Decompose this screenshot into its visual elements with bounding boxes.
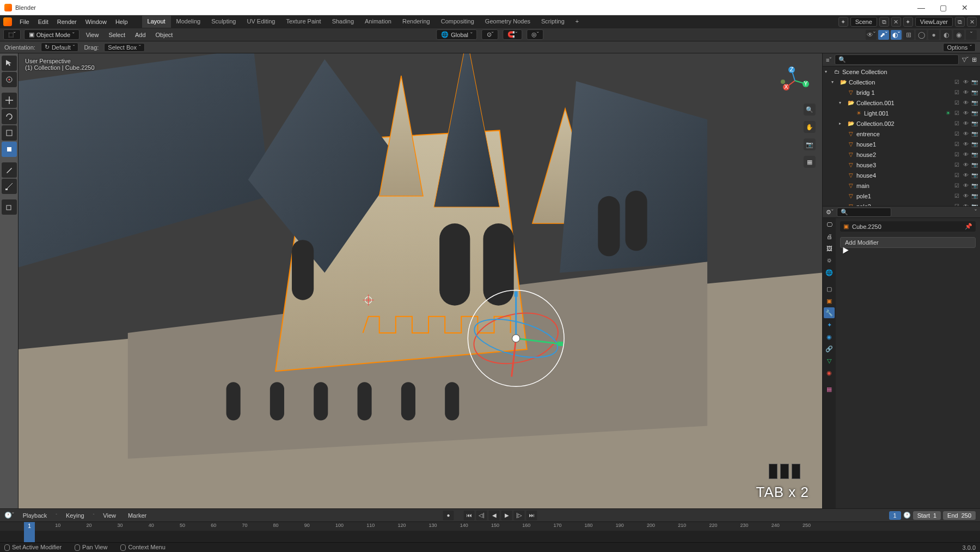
menu-object[interactable]: Object [152,31,176,39]
prop-tab-collection[interactable]: ▢ [824,283,835,294]
hide-viewport-icon[interactable]: 👁 [962,141,969,148]
exclude-checkbox[interactable]: ☑ [953,110,960,117]
outliner-row[interactable]: ▽house2☑👁📷 [823,149,980,160]
disable-render-icon[interactable]: 📷 [971,78,978,86]
scene-delete-button[interactable]: ✕ [891,17,901,27]
outliner-row[interactable]: ▸📂Collection.002☑👁📷 [823,118,980,129]
viewlayer-browse-icon[interactable]: ✦ [903,17,913,27]
annotate-tool[interactable] [2,162,17,178]
scene-new-button[interactable]: ⧉ [879,17,889,27]
disable-render-icon[interactable]: 📷 [971,151,978,158]
timeline-playhead[interactable]: 1 [24,522,35,542]
hide-viewport-icon[interactable]: 👁 [962,192,969,199]
hide-viewport-icon[interactable]: 👁 [962,110,969,117]
drag-dropdown[interactable]: Select Box ˇ [104,43,144,52]
outliner-row[interactable]: ☀Light.001☀☑👁📷 [823,108,980,118]
zoom-icon[interactable]: 🔍 [804,104,816,116]
hide-viewport-icon[interactable]: 👁 [962,78,969,86]
prop-tab-modifier[interactable]: 🔧 [824,307,835,318]
app-icon[interactable] [3,17,12,26]
viewlayer-delete-button[interactable]: ✕ [967,17,977,27]
hide-viewport-icon[interactable]: 👁 [962,99,969,106]
transform-tool[interactable] [2,142,17,157]
exclude-checkbox[interactable]: ☑ [953,141,960,148]
play-reverse-button[interactable]: ◀ [489,511,500,520]
exclude-checkbox[interactable]: ☑ [953,120,960,127]
timeline-menu-keying[interactable]: Keying [63,511,88,520]
outliner-scene-collection[interactable]: ▾🗀 Scene Collection [823,66,980,77]
ws-tab-uv[interactable]: UV Editing [241,16,280,28]
exclude-checkbox[interactable]: ☑ [953,89,960,96]
outliner-row[interactable]: ▽entrence☑👁📷 [823,129,980,139]
exclude-checkbox[interactable]: ☑ [953,78,960,86]
menu-render[interactable]: Render [53,17,81,27]
rotate-tool[interactable] [2,109,17,124]
outliner-search-input[interactable] [848,57,955,63]
expand-toggle[interactable]: ▸ [839,121,846,126]
hide-viewport-icon[interactable]: 👁 [962,89,969,96]
menu-view[interactable]: View [83,31,102,39]
disable-render-icon[interactable]: 📷 [971,192,978,199]
new-collection-icon[interactable]: ⊞ [972,56,977,63]
disable-render-icon[interactable]: 📷 [971,172,978,179]
timeline-menu-view[interactable]: View [100,511,119,520]
play-button[interactable]: ▶ [501,511,512,520]
exclude-checkbox[interactable]: ☑ [953,99,960,106]
ws-tab-shading[interactable]: Shading [327,16,359,28]
exclude-checkbox[interactable]: ☑ [953,130,960,137]
ws-tab-modeling[interactable]: Modeling [171,16,206,28]
ws-tab-add[interactable]: + [570,16,584,28]
disable-render-icon[interactable]: 📷 [971,130,978,137]
ws-tab-geometry[interactable]: Geometry Nodes [480,16,536,28]
auto-keying-toggle[interactable]: ● [443,511,454,520]
editor-type-icon[interactable]: ⬚ˇ [3,29,21,40]
keyframe-prev-button[interactable]: ◁| [476,511,487,520]
disable-render-icon[interactable]: 📷 [971,110,978,117]
viewlayer-new-button[interactable]: ⧉ [955,17,965,27]
outliner-row[interactable]: ▽pole2☑👁📷 [823,201,980,206]
add-cube-tool[interactable] [2,199,17,215]
expand-toggle[interactable]: ▾ [839,100,846,105]
menu-select[interactable]: Select [105,31,128,39]
start-frame-field[interactable]: Start 1 [913,511,941,520]
interaction-mode-selector[interactable]: ▣ Object Mode ˇ [24,29,79,40]
measure-tool[interactable] [2,179,17,194]
exclude-checkbox[interactable]: ☑ [953,172,960,179]
expand-toggle[interactable]: ▾ [831,80,838,84]
overlay-toggle[interactable]: ◐ˇ [891,30,902,40]
menu-add[interactable]: Add [132,31,149,39]
timeline-editor-icon[interactable]: 🕐ˇ [4,512,14,519]
prop-tab-render[interactable]: 🖵 [824,219,835,230]
disable-render-icon[interactable]: 📷 [971,141,978,148]
filter-icon[interactable]: ▽ˇ [962,56,969,63]
exclude-checkbox[interactable]: ☑ [953,182,960,189]
menu-window[interactable]: Window [81,17,111,27]
timeline-track[interactable]: 1102030405060708090100110120130140150160… [0,521,980,542]
3d-viewport[interactable]: User Perspective (1) Collection | Cube.2… [19,53,822,508]
prop-tab-physics[interactable]: ◉ [824,331,835,342]
properties-editor-icon[interactable]: ⚙ˇ [826,209,834,216]
visibility-filter-icon[interactable]: 👁ˇ [866,30,877,40]
prop-tab-material[interactable]: ◉ [824,367,835,378]
navigation-gizmo[interactable]: X Y Z [779,64,811,97]
disable-render-icon[interactable]: 📷 [971,99,978,106]
prop-tab-particle[interactable]: ✦ [824,319,835,330]
maximize-button[interactable]: ▢ [932,3,954,12]
ws-tab-layout[interactable]: Layout [142,16,171,28]
orientation-dropdown[interactable]: ↻ Default ˇ [41,43,79,52]
outliner-row[interactable]: ▽house4☑👁📷 [823,170,980,180]
outliner-search[interactable]: 🔍 [835,54,959,65]
keyframe-next-button[interactable]: |▷ [514,511,525,520]
options-dropdown[interactable]: Options ˇ [943,43,976,52]
outliner-row[interactable]: ▽pole1☑👁📷 [823,191,980,201]
hide-viewport-icon[interactable]: 👁 [962,172,969,179]
prop-tab-data[interactable]: ▽ [824,355,835,366]
shading-wireframe[interactable]: ◯ [916,30,927,40]
prop-tab-output[interactable]: 🖨 [824,231,835,242]
ws-tab-sculpting[interactable]: Sculpting [206,16,241,28]
exclude-checkbox[interactable]: ☑ [953,192,960,199]
properties-options-icon[interactable]: ˇ [975,209,977,215]
outliner-row[interactable]: ▽bridg 1☑👁📷 [823,87,980,98]
end-frame-field[interactable]: End 250 [943,511,976,520]
shading-rendered[interactable]: ◉ [953,30,964,40]
